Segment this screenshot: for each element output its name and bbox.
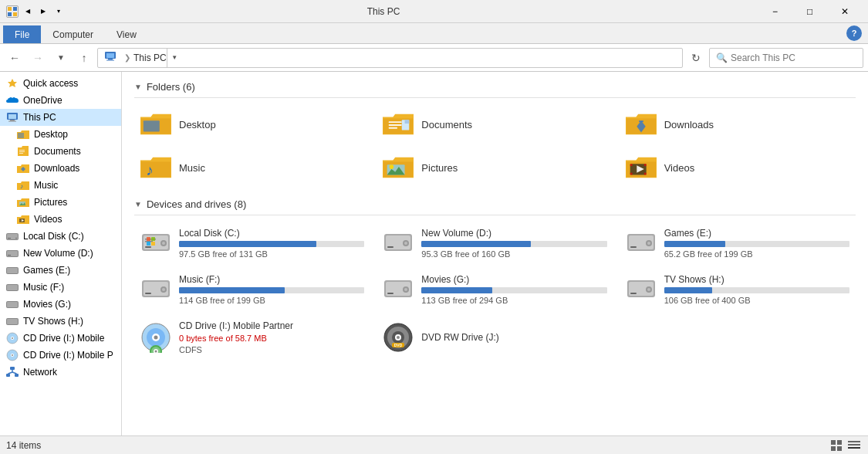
folder-documents[interactable]: Documents [377, 106, 613, 143]
svg-rect-125 [848, 447, 860, 449]
sidebar: Quick access OneDrive This PC Desktop Do… [0, 72, 122, 435]
drive-e-info: Games (E:) 65.2 GB free of 199 GB [664, 228, 849, 259]
forward-icon-tb: ▶ [37, 5, 49, 18]
drive-tvshows-h[interactable]: TV Shows (H:) 106 GB free of 400 GB [620, 269, 856, 310]
list-view-button[interactable] [846, 439, 862, 452]
svg-rect-51 [389, 121, 402, 123]
documents-folder-icon [17, 145, 29, 158]
sidebar-item-new-vol-d[interactable]: New Volume (D:) [0, 245, 121, 262]
drive-h-bar-container [664, 287, 849, 293]
svg-rect-45 [6, 374, 10, 377]
minimize-button[interactable]: − [758, 0, 792, 23]
svg-rect-123 [848, 441, 860, 442]
svg-rect-25 [8, 238, 11, 239]
address-path[interactable]: ❯ This PC ▼ [97, 48, 683, 68]
svg-rect-52 [389, 124, 402, 126]
sidebar-item-desktop[interactable]: Desktop [0, 126, 121, 143]
sidebar-item-movies-g[interactable]: Movies (G:) [0, 296, 121, 313]
videos-folder-icon [17, 213, 29, 225]
folders-section-header: ▼ Folders (6) [134, 81, 856, 98]
svg-point-26 [15, 237, 17, 239]
down-icon-tb: ▾ [52, 5, 65, 18]
refresh-button[interactable]: ↻ [686, 48, 706, 68]
svg-rect-46 [15, 374, 19, 377]
drive-movies-g[interactable]: Movies (G:) 113 GB free of 294 GB [377, 269, 613, 310]
folder-videos-icon [626, 154, 657, 181]
sidebar-label-new-vol-d: New Volume (D:) [23, 248, 93, 259]
folder-documents-icon [383, 110, 414, 138]
svg-rect-29 [8, 255, 11, 256]
search-input[interactable] [731, 53, 856, 63]
sidebar-item-documents[interactable]: Documents [0, 143, 121, 160]
tab-view[interactable]: View [105, 25, 148, 43]
svg-point-82 [404, 242, 407, 245]
folder-pictures-label: Pictures [421, 162, 458, 174]
svg-rect-74 [145, 246, 151, 248]
devices-section-label: Devices and drives (8) [147, 198, 246, 210]
hdd-h-icon [626, 276, 657, 303]
sidebar-item-local-c[interactable]: Local Disk (C:) [0, 228, 121, 245]
svg-rect-31 [7, 268, 18, 273]
folder-videos[interactable]: Videos [620, 149, 856, 186]
sidebar-label-videos: Videos [34, 214, 62, 225]
folder-music[interactable]: ♪ Music [134, 149, 370, 186]
sidebar-item-cd-i2[interactable]: CD Drive (I:) Mobile P [0, 347, 121, 364]
close-button[interactable]: ✕ [827, 0, 862, 23]
grid-view-button[interactable] [829, 439, 845, 452]
maximize-button[interactable]: □ [792, 0, 827, 23]
tab-computer[interactable]: Computer [41, 25, 105, 43]
back-button[interactable]: ← [5, 48, 25, 68]
title-bar-icons: ◀ ▶ ▾ [6, 5, 65, 18]
svg-line-48 [8, 372, 13, 374]
sidebar-item-onedrive[interactable]: OneDrive [0, 92, 121, 109]
drive-i-free: 0 bytes free of 58.7 MB [179, 334, 364, 343]
sidebar-item-music-f[interactable]: Music (F:) [0, 279, 121, 296]
drive-games-e[interactable]: Games (E:) 65.2 GB free of 199 GB [620, 223, 856, 263]
network-icon [6, 366, 19, 378]
folder-pictures[interactable]: Pictures [377, 149, 613, 186]
sidebar-item-videos[interactable]: Videos [0, 211, 121, 228]
svg-point-73 [162, 242, 165, 245]
sidebar-label-network: Network [23, 367, 57, 378]
up-button[interactable]: ↑ [74, 48, 94, 68]
drive-f-free: 114 GB free of 199 GB [179, 296, 364, 305]
drive-local-c[interactable]: Local Disk (C:) 97.5 GB free of 131 GB [134, 223, 370, 263]
help-button[interactable]: ? [846, 25, 862, 41]
folder-desktop-icon [140, 110, 171, 138]
drive-music-f[interactable]: Music (F:) 114 GB free of 199 GB [134, 269, 370, 310]
sidebar-item-network[interactable]: Network [0, 364, 121, 381]
quick-access-icon [6, 77, 19, 90]
sidebar-item-music[interactable]: ♪ Music [0, 177, 121, 194]
folder-downloads[interactable]: Downloads [620, 106, 856, 143]
drive-h-free: 106 GB free of 400 GB [664, 296, 849, 305]
hdd-g-icon [383, 276, 414, 303]
sidebar-item-cd-i[interactable]: CD Drive (I:) Mobile [0, 330, 121, 347]
sidebar-item-tvshows-h[interactable]: TV Shows (H:) [0, 313, 121, 330]
sidebar-item-games-e[interactable]: Games (E:) [0, 262, 121, 279]
sidebar-item-pictures[interactable]: Pictures [0, 194, 121, 211]
forward-button[interactable]: → [28, 48, 48, 68]
local-c-icon [6, 230, 19, 242]
sidebar-item-downloads[interactable]: Downloads [0, 160, 121, 177]
sidebar-label-this-pc: This PC [23, 112, 56, 123]
svg-point-107 [154, 336, 158, 340]
folders-toggle[interactable]: ▼ [134, 83, 142, 91]
tab-file[interactable]: File [3, 25, 41, 43]
path-dropdown[interactable]: ▼ [167, 48, 182, 68]
drive-i-fs: CDFS [179, 345, 364, 354]
ribbon: File Computer View ? [0, 23, 868, 44]
sidebar-item-quick-access[interactable]: Quick access [0, 75, 121, 92]
drive-dvd-j[interactable]: DVD DVD RW Drive (J:) [377, 316, 613, 359]
tvshows-h-icon [6, 315, 19, 327]
recent-button[interactable]: ▼ [51, 48, 71, 68]
sidebar-label-games-e: Games (E:) [23, 265, 70, 276]
drives-grid: Local Disk (C:) 97.5 GB free of 131 GB [134, 223, 856, 359]
drive-g-bar [421, 287, 491, 293]
devices-toggle[interactable]: ▼ [134, 200, 142, 208]
svg-rect-103 [630, 293, 637, 294]
drive-new-vol-d[interactable]: New Volume (D:) 95.3 GB free of 160 GB [377, 223, 613, 263]
onedrive-icon [6, 94, 19, 107]
drive-cd-i[interactable]: CD Drive (I:) Mobile Partner 0 bytes fre… [134, 316, 370, 359]
sidebar-item-this-pc[interactable]: This PC [0, 109, 121, 126]
folder-desktop[interactable]: Desktop [134, 106, 370, 143]
